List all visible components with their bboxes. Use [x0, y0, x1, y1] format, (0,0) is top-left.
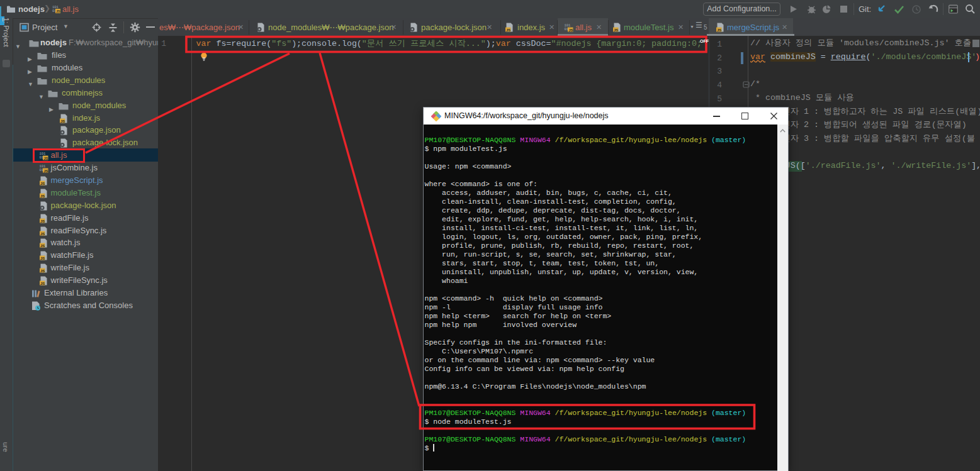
svg-text:JS: JS — [40, 194, 45, 198]
svg-text:JS: JS — [568, 28, 573, 32]
svg-text:JS: JS — [40, 182, 45, 186]
svg-text:JS: JS — [614, 28, 618, 32]
svg-text:JS: JS — [43, 157, 48, 160]
svg-text:JS: JS — [40, 244, 45, 248]
svg-text:JS: JS — [40, 257, 45, 260]
svg-text:JS: JS — [56, 9, 60, 13]
svg-text:JS: JS — [60, 119, 65, 123]
svg-text:JS: JS — [40, 282, 45, 285]
svg-text:JS: JS — [40, 232, 45, 236]
svg-text:JS: JS — [506, 28, 510, 32]
svg-text:JS: JS — [40, 219, 45, 223]
svg-text:JS: JS — [40, 269, 45, 273]
svg-text:JS: JS — [717, 28, 721, 32]
svg-text:JS: JS — [43, 169, 48, 173]
